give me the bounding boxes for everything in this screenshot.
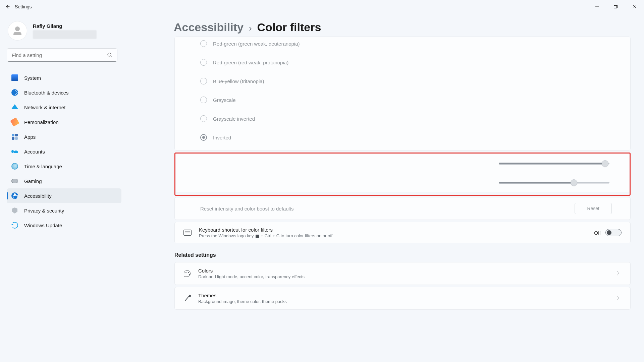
avatar bbox=[8, 21, 27, 40]
radio-label: Grayscale bbox=[213, 97, 236, 103]
radio-label: Red-green (red weak, protanopia) bbox=[213, 60, 288, 65]
radio-label: Red-green (green weak, deuteranopia) bbox=[213, 41, 300, 47]
nav-label: Bluetooth & devices bbox=[24, 90, 69, 96]
nav-network[interactable]: Network & internet bbox=[7, 100, 121, 115]
keyboard-shortcut-card: Keyboard shortcut for color filters Pres… bbox=[174, 222, 631, 243]
update-icon bbox=[11, 222, 18, 229]
nav-accounts[interactable]: Accounts bbox=[7, 144, 121, 159]
back-button[interactable] bbox=[3, 2, 12, 11]
radio-icon bbox=[200, 115, 207, 122]
filter-option-protanopia[interactable]: Red-green (red weak, protanopia) bbox=[175, 53, 630, 72]
nav-accessibility[interactable]: Accessibility bbox=[7, 188, 121, 203]
accessibility-icon bbox=[11, 192, 18, 199]
user-email-redacted bbox=[33, 30, 97, 39]
nav-gaming[interactable]: Gaming bbox=[7, 174, 121, 188]
color-boost-slider[interactable] bbox=[499, 179, 609, 186]
filter-option-grayscale-inverted[interactable]: Grayscale inverted bbox=[175, 109, 630, 128]
nav-label: System bbox=[24, 75, 41, 81]
related-colors-card[interactable]: Colors Dark and light mode, accent color… bbox=[174, 262, 631, 285]
slider-thumb[interactable] bbox=[571, 179, 577, 186]
shield-icon bbox=[11, 207, 18, 214]
radio-icon bbox=[200, 97, 207, 103]
svg-rect-2 bbox=[614, 6, 617, 8]
page-title: Color filters bbox=[257, 21, 321, 34]
shortcut-description: Press the Windows logo key + Ctrl + C to… bbox=[199, 233, 332, 238]
radio-icon bbox=[200, 59, 207, 66]
link-subtitle: Dark and light mode, accent color, trans… bbox=[198, 274, 305, 279]
shortcut-title: Keyboard shortcut for color filters bbox=[199, 227, 332, 233]
filter-option-deuteranopia[interactable]: Red-green (green weak, deuteranopia) bbox=[175, 37, 630, 53]
wifi-icon bbox=[11, 104, 18, 111]
maximize-button[interactable] bbox=[606, 0, 625, 13]
close-button[interactable] bbox=[625, 0, 644, 13]
display-icon bbox=[11, 74, 18, 81]
gamepad-icon bbox=[11, 178, 18, 184]
color-filter-options-card: Red-green (green weak, deuteranopia) Red… bbox=[174, 37, 631, 150]
brush-icon bbox=[183, 295, 191, 302]
window-controls bbox=[588, 0, 644, 13]
user-name: Rafly Gilang bbox=[33, 23, 97, 29]
nav-label: Apps bbox=[24, 134, 36, 140]
brush-icon bbox=[10, 117, 19, 126]
search-input[interactable] bbox=[12, 52, 107, 58]
related-themes-card[interactable]: Themes Background image, theme color, th… bbox=[174, 287, 631, 310]
nav-apps[interactable]: Apps bbox=[7, 129, 121, 144]
apps-icon bbox=[11, 133, 18, 140]
shortcut-toggle[interactable] bbox=[605, 229, 622, 236]
bluetooth-icon bbox=[11, 89, 18, 96]
filter-option-inverted[interactable]: Inverted bbox=[175, 128, 630, 147]
nav-label: Accounts bbox=[24, 149, 45, 155]
link-title: Colors bbox=[198, 268, 305, 274]
nav-system[interactable]: System bbox=[7, 70, 121, 85]
keyboard-icon bbox=[183, 230, 192, 236]
link-subtitle: Background image, theme color, theme pac… bbox=[198, 299, 287, 304]
radio-label: Inverted bbox=[213, 135, 231, 140]
main-content: Accessibility › Color filters Red-green … bbox=[124, 13, 644, 362]
person-icon bbox=[11, 148, 18, 155]
breadcrumb-parent[interactable]: Accessibility bbox=[174, 21, 244, 34]
slider-thumb[interactable] bbox=[602, 160, 608, 167]
breadcrumb: Accessibility › Color filters bbox=[174, 13, 631, 37]
nav-label: Gaming bbox=[24, 178, 42, 184]
intensity-slider[interactable] bbox=[499, 160, 609, 167]
chevron-right-icon: 〉 bbox=[617, 270, 622, 277]
nav-label: Network & internet bbox=[24, 105, 65, 110]
windows-logo-icon bbox=[256, 235, 259, 238]
nav-personalization[interactable]: Personalization bbox=[7, 115, 121, 129]
nav-time[interactable]: Time & language bbox=[7, 159, 121, 174]
highlight-annotation bbox=[174, 153, 631, 196]
search-box[interactable] bbox=[7, 48, 117, 62]
radio-icon bbox=[200, 78, 207, 84]
search-icon bbox=[107, 52, 112, 58]
related-settings-heading: Related settings bbox=[174, 252, 631, 258]
radio-icon bbox=[200, 134, 207, 141]
minimize-button[interactable] bbox=[588, 0, 606, 13]
title-bar: Settings bbox=[0, 0, 644, 13]
nav-label: Accessibility bbox=[24, 193, 52, 199]
chevron-right-icon: 〉 bbox=[617, 295, 622, 301]
color-boost-slider-row bbox=[176, 173, 629, 192]
person-icon bbox=[12, 26, 22, 36]
filter-option-grayscale[interactable]: Grayscale bbox=[175, 90, 630, 109]
reset-button[interactable]: Reset bbox=[575, 203, 612, 214]
nav-update[interactable]: Windows Update bbox=[7, 218, 121, 233]
svg-point-5 bbox=[108, 53, 111, 56]
nav-label: Time & language bbox=[24, 164, 62, 169]
globe-icon bbox=[11, 163, 18, 170]
radio-label: Blue-yellow (tritanopia) bbox=[213, 78, 264, 84]
nav-label: Windows Update bbox=[24, 223, 62, 228]
shortcut-sub-prefix: Press the Windows logo key bbox=[199, 233, 255, 238]
user-block[interactable]: Rafly Gilang bbox=[0, 17, 124, 48]
palette-icon bbox=[183, 270, 191, 277]
nav-label: Privacy & security bbox=[24, 208, 64, 214]
link-title: Themes bbox=[198, 293, 287, 298]
radio-icon bbox=[200, 40, 207, 47]
svg-line-6 bbox=[111, 56, 112, 57]
nav-bluetooth[interactable]: Bluetooth & devices bbox=[7, 85, 121, 100]
toggle-state-label: Off bbox=[594, 230, 601, 236]
window-title: Settings bbox=[15, 4, 32, 9]
filter-option-tritanopia[interactable]: Blue-yellow (tritanopia) bbox=[175, 72, 630, 90]
shortcut-sub-suffix: + Ctrl + C to turn color filters on or o… bbox=[260, 233, 332, 238]
radio-label: Grayscale inverted bbox=[213, 116, 255, 122]
nav-privacy[interactable]: Privacy & security bbox=[7, 203, 121, 218]
